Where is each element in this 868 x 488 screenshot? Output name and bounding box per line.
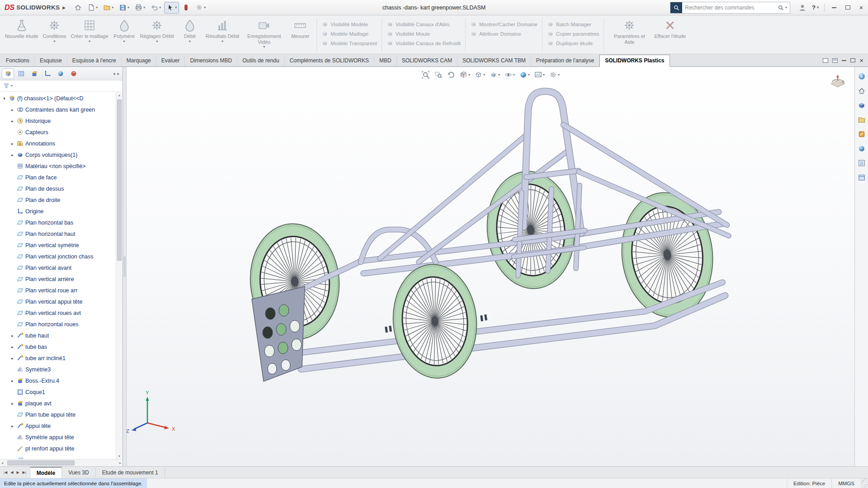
open-button[interactable]: ▾: [101, 2, 116, 14]
apply-scene-button[interactable]: ▾: [533, 70, 546, 80]
ribbon-toggle-visibilite-moule[interactable]: Visibilité Moule: [385, 29, 462, 38]
expand-arrow-icon[interactable]: ▸: [10, 424, 15, 428]
scrollbar-thumb[interactable]: [117, 99, 122, 261]
resources-button[interactable]: [857, 71, 867, 81]
tab-fonctions[interactable]: Fonctions: [1, 55, 35, 66]
tree-item-plan-tube-appui-tete[interactable]: Plan tube appui tête: [1, 409, 116, 420]
ribbon-toggle-batch-manager[interactable]: Batch Manager: [545, 19, 601, 29]
vertical-scrollbar[interactable]: ▲ ▼: [116, 92, 123, 459]
tree-item-plan-de-droite[interactable]: Plan de droite: [1, 194, 116, 206]
scroll-down-icon[interactable]: ▼: [116, 453, 123, 459]
chevron-left-icon[interactable]: ◂: [113, 71, 115, 76]
expand-arrow-icon[interactable]: ▸: [10, 153, 15, 157]
user-icon[interactable]: [798, 4, 807, 12]
tree-item-contraintes-dans-kart-green[interactable]: ▸Contraintes dans kart green: [1, 104, 116, 115]
restore-doc-icon[interactable]: [850, 58, 855, 62]
expand-arrow-icon[interactable]: ▸: [10, 333, 15, 338]
tab-marquage[interactable]: Marquage: [122, 55, 156, 66]
bottom-tab-vues-3d[interactable]: Vues 3D: [62, 467, 96, 478]
tab-scroll-button-2[interactable]: ▶: [15, 470, 20, 474]
minimize-doc-icon[interactable]: [842, 60, 846, 61]
filter-funnel-icon[interactable]: [3, 83, 9, 89]
tree-item-appui-tete[interactable]: ▸Appui tête: [1, 420, 116, 432]
close-doc-icon[interactable]: ×: [859, 57, 863, 64]
tree-item-plan-vertical-roues-avt[interactable]: Plan vertical roues avt: [1, 307, 116, 319]
wheel-front-center[interactable]: [388, 261, 481, 381]
ribbon-button-debit[interactable]: Débit▾: [176, 16, 203, 54]
tab-scroll-button-1[interactable]: ◀: [9, 470, 14, 474]
search-submit[interactable]: ▾: [775, 5, 790, 11]
save-button[interactable]: ▾: [117, 2, 132, 14]
tree-item-materiau-non-specifie[interactable]: Matériau <non spécifié>: [1, 160, 116, 172]
forum-button[interactable]: [857, 173, 867, 183]
search-scope-icon[interactable]: [670, 2, 682, 13]
panel-splitter[interactable]: [123, 67, 127, 466]
tab-solidworks-cam[interactable]: SOLIDWORKS CAM: [397, 55, 458, 66]
tree-item-symetrie-appui-tete[interactable]: Symétrie appui tête: [1, 432, 116, 443]
tree-item-plan-vertical-roue-arr[interactable]: Plan vertical roue arr: [1, 285, 116, 296]
tree-item-symetrie3[interactable]: Symétrie3: [1, 364, 116, 375]
view-compass-icon[interactable]: [828, 73, 847, 90]
tab-mbd[interactable]: MBD: [374, 55, 397, 66]
configurationmanager-tab[interactable]: [28, 68, 40, 79]
toolbox-button[interactable]: [857, 129, 867, 139]
tree-item-plan-vertical-arriere[interactable]: Plan vertical arrière: [1, 273, 116, 285]
tab-scroll-button-3[interactable]: ▶|: [21, 470, 28, 474]
expand-arrow-icon[interactable]: ▸: [10, 119, 15, 123]
minimize-button[interactable]: [827, 0, 841, 15]
tree-item-annotations[interactable]: ▸Annotations: [1, 138, 116, 149]
tree-item-plan-horizontal-bas[interactable]: Plan horizontal bas: [1, 217, 116, 228]
dimxpertmanager-tab[interactable]: [41, 68, 53, 79]
wheel-rear-middle[interactable]: [481, 167, 580, 293]
tab-complements-de-solidworks[interactable]: Compléments de SOLIDWORKS: [285, 55, 374, 66]
tree-item-origine[interactable]: Origine: [1, 206, 116, 217]
ribbon-toggle-dupliquer-etude[interactable]: Dupliquer étude: [545, 38, 601, 48]
ribbon-button-nouvelle-etude[interactable]: Nouvelle étude: [3, 16, 40, 54]
section-view-button[interactable]: ▾: [458, 70, 472, 80]
ribbon-button-polymere[interactable]: Polymère▾: [111, 16, 138, 54]
tree-item-corps-volumiques-1[interactable]: ▸Corps volumiques(1): [1, 149, 116, 160]
zoom-fit-button[interactable]: [420, 70, 431, 80]
print-button[interactable]: ▾: [132, 2, 147, 14]
ribbon-toggle-visibilite-canaux-de-refroidt[interactable]: Visibilité Canaux de Refroidt: [385, 38, 462, 48]
home-button[interactable]: [72, 2, 84, 14]
tree-item-tube-arr-incline1[interactable]: ▸tube arr incliné1: [1, 352, 116, 364]
tree-item-boss-extru-4[interactable]: ▸Boss.-Extru.4: [1, 375, 116, 386]
view-orientation-button[interactable]: ▾: [473, 70, 486, 80]
expand-arrow-icon[interactable]: ▸: [10, 379, 15, 383]
help-button[interactable]: ? ▾: [809, 4, 821, 11]
hide-show-items-button[interactable]: ▾: [503, 70, 516, 80]
graphics-viewport[interactable]: Y X Z ▾▾▾▾▾▾▾: [127, 67, 854, 466]
ribbon-toggle-modele-maillage[interactable]: Modèle Maillage: [320, 29, 378, 38]
displaymanager-tab[interactable]: [54, 68, 66, 79]
expand-arrow-icon[interactable]: ▸: [10, 141, 15, 146]
plastics-manager-tab[interactable]: [67, 68, 80, 79]
tree-item-plan-vertical-appui-tete[interactable]: Plan vertical appui tête: [1, 296, 116, 307]
menu-expand-icon[interactable]: ▶: [62, 5, 66, 10]
appearances-button[interactable]: [857, 144, 867, 154]
kart-chassis-model[interactable]: Y X Z: [127, 67, 854, 466]
tree-item-plan-vertical-symetrie[interactable]: Plan vertical symétrie: [1, 239, 116, 251]
expand-arrow-icon[interactable]: ▸: [10, 401, 15, 406]
featuremanager-tree-tab[interactable]: [2, 68, 14, 79]
tree-item-item[interactable]: [1, 454, 116, 459]
select-button[interactable]: ▾: [164, 2, 179, 14]
tab-esquisse-a-l-encre[interactable]: Esquisse à l'encre: [67, 55, 122, 66]
tab-dimensions-mbd[interactable]: Dimensions MBD: [185, 55, 237, 66]
edition-mode[interactable]: Edition: Pièce: [787, 479, 831, 488]
expand-arrow-icon[interactable]: ▸: [10, 345, 15, 349]
expand-arrow-icon[interactable]: ▸: [10, 108, 15, 112]
ribbon-toggle-visibilite-canaux-d-alim[interactable]: Visibilité Canaux d'Alim.: [385, 19, 462, 29]
scroll-up-icon[interactable]: ▲: [116, 92, 123, 98]
library-button[interactable]: [857, 100, 867, 110]
expand-arrow-icon[interactable]: ▸: [10, 356, 15, 361]
rebuild-button[interactable]: [180, 2, 192, 14]
ribbon-toggle-copier-parametres[interactable]: Copier paramètres: [545, 29, 601, 38]
pane-doc-filled-icon[interactable]: [832, 58, 838, 63]
horizontal-scrollbar[interactable]: ◂ ▸: [0, 459, 123, 466]
edit-appearance-button[interactable]: ▾: [518, 70, 531, 80]
tree-item-plan-de-dessus[interactable]: Plan de dessus: [1, 183, 116, 194]
home-button[interactable]: [857, 86, 867, 96]
resize-grip-icon[interactable]: [861, 479, 868, 488]
front-plate[interactable]: [252, 286, 305, 381]
